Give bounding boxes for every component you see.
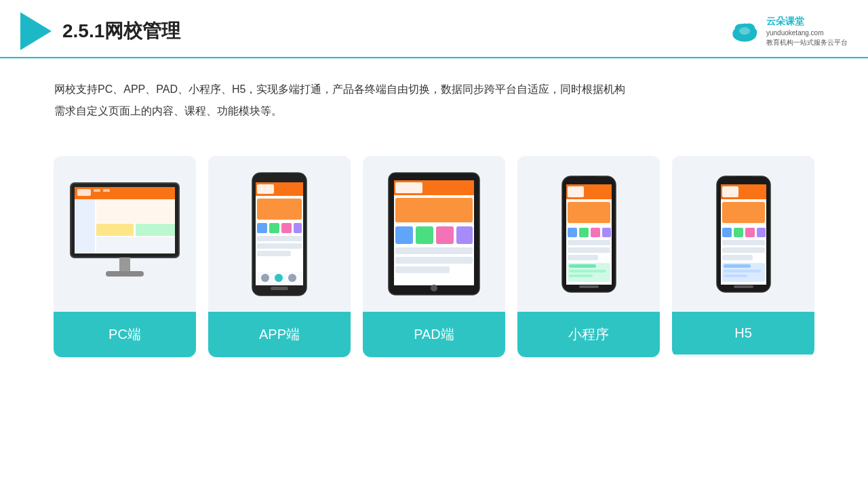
svg-rect-18: [119, 258, 130, 272]
svg-rect-81: [745, 228, 755, 237]
svg-rect-26: [257, 199, 302, 220]
header: 2.5.1网校管理 云朵课堂 yunduoketang.com 教育机构一站式服…: [0, 0, 868, 58]
svg-rect-35: [261, 274, 269, 282]
svg-rect-14: [96, 237, 175, 253]
svg-rect-27: [257, 223, 267, 233]
svg-rect-78: [722, 202, 765, 223]
svg-rect-59: [568, 202, 610, 223]
card-pad-label: PAD端: [363, 312, 505, 357]
description: 网校支持PC、APP、PAD、小程序、H5，实现多端打通，产品各终端自由切换，数…: [0, 58, 868, 129]
svg-rect-89: [724, 274, 747, 277]
svg-rect-62: [591, 228, 600, 237]
svg-rect-28: [269, 223, 279, 233]
svg-point-6: [739, 27, 750, 35]
desc-line2: 需求自定义页面上的内容、课程、功能模块等。: [54, 100, 814, 122]
svg-rect-79: [722, 228, 732, 237]
svg-rect-85: [722, 255, 753, 260]
svg-rect-90: [734, 285, 753, 288]
svg-rect-68: [569, 264, 596, 268]
app-phone-icon: [249, 171, 310, 297]
card-pad: PAD端: [363, 156, 505, 357]
svg-rect-19: [106, 271, 144, 277]
svg-rect-69: [569, 270, 606, 272]
card-miniapp: 小程序: [517, 156, 660, 357]
svg-rect-10: [75, 199, 95, 253]
svg-rect-64: [568, 240, 610, 245]
svg-rect-65: [568, 247, 610, 253]
svg-rect-76: [722, 186, 738, 197]
svg-rect-11: [96, 199, 175, 223]
svg-rect-61: [579, 228, 589, 237]
card-pad-image: [363, 156, 505, 312]
svg-rect-16: [94, 189, 100, 192]
svg-rect-22: [268, 173, 291, 181]
svg-point-41: [431, 285, 437, 291]
svg-rect-31: [257, 236, 302, 241]
logo-cloud-icon: [728, 19, 761, 43]
card-app: APP端: [208, 156, 351, 357]
card-pc: PC端: [54, 156, 196, 357]
svg-rect-15: [77, 189, 91, 196]
svg-rect-46: [395, 226, 413, 244]
svg-rect-74: [733, 176, 754, 184]
svg-rect-63: [602, 228, 611, 237]
svg-rect-13: [136, 224, 175, 236]
svg-rect-83: [722, 240, 765, 245]
svg-rect-48: [436, 226, 454, 244]
svg-rect-30: [294, 223, 302, 233]
svg-rect-66: [568, 255, 598, 260]
pc-monitor-icon: [64, 173, 186, 295]
svg-rect-24: [257, 184, 274, 194]
header-left: 2.5.1网校管理: [20, 12, 180, 50]
logo-tagline: 教育机构一站式服务云平台: [766, 38, 848, 47]
cards-container: PC端: [0, 136, 868, 378]
logo-area: 云朵课堂 yunduoketang.com 教育机构一站式服务云平台: [728, 15, 848, 47]
svg-rect-47: [416, 226, 433, 244]
h5-phone-icon: [715, 175, 772, 293]
svg-rect-43: [395, 182, 422, 193]
play-icon: [20, 12, 52, 50]
card-app-label: APP端: [208, 312, 351, 357]
card-h5-label: H5: [672, 312, 814, 354]
page-title: 2.5.1网校管理: [62, 18, 180, 44]
desc-line1: 网校支持PC、APP、PAD、小程序、H5，实现多端打通，产品各终端自由切换，数…: [54, 79, 814, 100]
svg-rect-12: [96, 224, 134, 236]
svg-rect-29: [281, 223, 292, 233]
svg-rect-87: [724, 264, 751, 268]
card-h5: H5: [672, 156, 814, 357]
svg-rect-88: [724, 270, 761, 272]
logo-text: 云朵课堂 yunduoketang.com 教育机构一站式服务云平台: [766, 15, 848, 47]
card-miniapp-image: [517, 156, 660, 312]
logo-sub: yunduoketang.com: [766, 28, 848, 38]
svg-rect-60: [568, 228, 577, 237]
card-h5-image: [672, 156, 814, 312]
card-pc-image: [54, 156, 196, 312]
svg-rect-49: [456, 226, 473, 244]
svg-rect-80: [734, 228, 743, 237]
logo-name: 云朵课堂: [766, 15, 848, 28]
svg-rect-33: [257, 251, 291, 256]
svg-rect-70: [569, 274, 593, 277]
svg-rect-38: [271, 287, 288, 290]
svg-rect-36: [275, 274, 283, 282]
svg-rect-71: [579, 285, 599, 288]
pad-tablet-icon: [383, 169, 485, 298]
svg-rect-52: [395, 266, 450, 273]
card-app-image: [208, 156, 351, 312]
svg-rect-51: [395, 257, 473, 264]
svg-rect-82: [757, 228, 766, 237]
card-miniapp-label: 小程序: [517, 312, 660, 357]
svg-rect-37: [288, 274, 296, 282]
svg-rect-50: [395, 247, 473, 254]
svg-rect-84: [722, 247, 765, 253]
svg-rect-55: [578, 176, 599, 184]
svg-rect-45: [395, 198, 473, 222]
svg-rect-57: [568, 186, 584, 197]
svg-rect-32: [257, 243, 302, 249]
miniapp-phone-icon: [560, 175, 618, 293]
svg-rect-17: [103, 189, 110, 192]
card-pc-label: PC端: [54, 312, 196, 357]
